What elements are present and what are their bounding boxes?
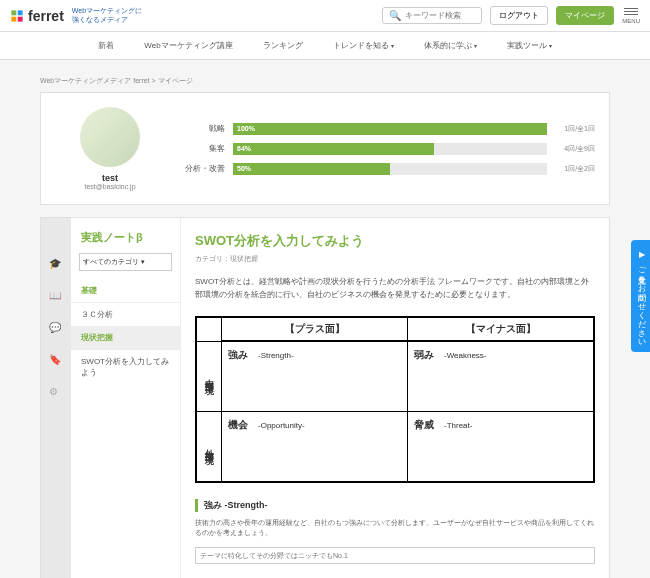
book-icon[interactable]: 📖 [49,290,63,304]
swot-plus-header: 【プラス面】 [221,318,407,341]
progress-count: 1回/全2回 [555,164,595,174]
cap-icon[interactable]: 🎓 [49,258,63,272]
profile-section: test test@basicinc.jp 戦略100%1回/全1回集客64%4… [40,92,610,205]
progress-count: 1回/全1回 [555,124,595,134]
swot-threat: 脅威-Threat- [407,411,593,481]
progress-row: 集客64%4回/全9回 [185,143,595,155]
sidebar-group-basic[interactable]: 基礎 [71,279,180,303]
swot-weakness: 弱み-Weakness- [407,341,593,411]
swot-grid: 【プラス面】 【マイナス面】 内部環境 強み-Strength- 弱み-Weak… [195,316,595,483]
chevron-down-icon: ▾ [474,42,477,49]
sidebar: 実践ノートβ すべてのカテゴリ ▾ 基礎 ３Ｃ分析 現状把握 SWOT分析を入力… [71,218,181,578]
mypage-button[interactable]: マイページ [556,6,614,25]
logout-button[interactable]: ログアウト [490,6,548,25]
progress-count: 4回/全9回 [555,144,595,154]
logo-text: ferret [28,8,64,24]
profile-name: test [55,173,165,183]
sub-desc: 技術力の高さや長年の運用経験など、自社のもつ強みについて分析します。ユーザーがな… [195,518,595,539]
tagline: Webマーケティングに 強くなるメディア [72,7,142,24]
chat-icon[interactable]: 💬 [49,322,63,336]
sidebar-title: 実践ノートβ [71,218,180,253]
progress-row: 分析・改善50%1回/全2回 [185,163,595,175]
main-nav: 新着 Webマーケティング講座 ランキング トレンドを知る▾ 体系的に学ぶ▾ 実… [0,32,650,60]
chevron-down-icon: ▾ [549,42,552,49]
content: SWOT分析を入力してみよう カテゴリ：現状把握 SWOT分析とは、経営戦略や計… [181,218,609,578]
progress-bar: 50% [233,163,547,175]
sub-title: 強み -Strength- [195,499,595,512]
breadcrumb-root[interactable]: Webマーケティングメディア ferret [40,77,150,84]
nav-ranking[interactable]: ランキング [263,40,303,51]
gear-icon[interactable]: ⚙ [49,386,63,400]
sidebar-item-swot[interactable]: SWOT分析を入力してみよう [71,350,180,384]
svg-rect-2 [11,16,16,21]
bookmark-icon[interactable]: 🔖 [49,354,63,368]
progress-bar: 100% [233,123,547,135]
profile-email: test@basicinc.jp [55,183,165,190]
page-title: SWOT分析を入力してみよう [195,232,595,250]
progress-bar: 64% [233,143,547,155]
search-icon: 🔍 [389,10,401,21]
category-select[interactable]: すべてのカテゴリ ▾ [79,253,172,271]
nav-course[interactable]: Webマーケティング講座 [144,40,232,51]
svg-rect-3 [18,16,23,21]
sidebar-group-current[interactable]: 現状把握 [71,326,180,350]
sidebar-item-3c[interactable]: ３Ｃ分析 [71,303,180,326]
breadcrumb-current: マイページ [158,77,193,84]
swot-internal-label: 内部環境 [197,341,221,411]
swot-opportunity: 機会-Opportunity- [221,411,407,481]
content-category: カテゴリ：現状把握 [195,254,595,264]
progress-row: 戦略100%1回/全1回 [185,123,595,135]
nav-new[interactable]: 新着 [98,40,114,51]
feedback-tab[interactable]: ▶ ご意見をお聞かせください [631,240,650,352]
logo-icon [10,9,24,23]
progress-label: 戦略 [185,123,225,134]
nav-trend[interactable]: トレンドを知る▾ [333,40,394,51]
swot-strength: 強み-Strength- [221,341,407,411]
search-input[interactable] [405,11,475,20]
content-desc: SWOT分析とは、経営戦略や計画の現状分析を行うための分析手法 フレームワークで… [195,276,595,302]
search-box[interactable]: 🔍 [382,7,482,24]
logo[interactable]: ferret [10,8,64,24]
progress-label: 集客 [185,143,225,154]
swot-minus-header: 【マイナス面】 [407,318,593,341]
svg-rect-1 [18,10,23,15]
progress-label: 分析・改善 [185,163,225,174]
strength-input[interactable] [195,547,595,564]
chevron-down-icon: ▾ [391,42,394,49]
side-icon-bar: 🎓 📖 💬 🔖 ⚙ [41,218,71,578]
avatar [80,107,140,167]
nav-tools[interactable]: 実践ツール▾ [507,40,552,51]
menu-button[interactable]: MENU [622,8,640,24]
breadcrumb: Webマーケティングメディア ferret > マイページ [40,70,610,92]
svg-rect-0 [11,10,16,15]
nav-learn[interactable]: 体系的に学ぶ▾ [424,40,477,51]
swot-external-label: 外部環境 [197,411,221,481]
